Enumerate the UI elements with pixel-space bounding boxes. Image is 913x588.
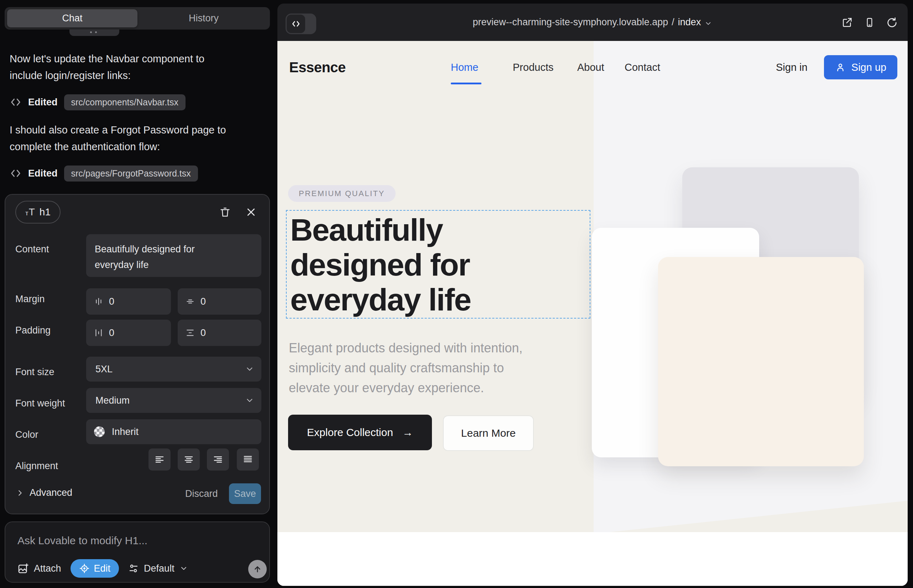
chat-message-line: Now let's update the Navbar component to [10,50,244,67]
padding-y-value: 0 [201,328,206,339]
signup-label: Sign up [851,61,886,73]
mobile-view-button[interactable] [864,17,875,28]
hero-headline[interactable]: Beautifully designed for everyday life [290,213,471,317]
tag-label: h1 [39,207,50,218]
edited-file-chip[interactable]: src/pages/ForgotPassword.tsx [64,165,198,181]
chat-message: Now let's update the Navbar component to… [10,50,244,84]
font-size-select[interactable]: 5XL [86,357,261,381]
padding-x-value: 0 [109,328,114,339]
margin-x-value: 0 [109,296,114,307]
align-left-button[interactable] [149,449,170,470]
nav-home-underline [451,82,481,84]
edited-file-row: Edited src/components/Navbar.tsx [10,93,186,111]
learn-more-button[interactable]: Learn More [443,415,534,451]
close-panel-button[interactable] [243,204,259,220]
headline-line: designed for [290,247,471,282]
send-button[interactable] [248,560,267,578]
typography-icon: тT [25,207,35,218]
nav-link-about[interactable]: About [577,61,604,73]
signin-link[interactable]: Sign in [776,61,808,73]
save-button[interactable]: Save [229,483,261,504]
url-page[interactable]: index [678,17,701,28]
margin-vertical-icon [186,297,195,306]
font-size-label: Font size [15,367,55,378]
code-toggle-knob[interactable] [287,15,305,33]
explore-collection-button[interactable]: Explore Collection → [288,415,432,450]
margin-x-input[interactable]: 0 [86,288,171,315]
model-default-button[interactable]: Default [128,563,188,574]
preview-url-bar: preview--charming-site-symphony.lovable.… [277,3,908,41]
content-line: everyday life [95,257,253,273]
decor-card-cream [658,257,864,466]
content-label: Content [15,244,49,255]
delete-element-button[interactable] [217,204,233,220]
align-right-button[interactable] [207,449,229,470]
content-line: Beautifully designed for [95,241,253,257]
hero-paragraph: Elegant products designed with intention… [289,338,577,398]
refresh-button[interactable] [886,17,898,28]
chat-input-placeholder[interactable]: Ask Lovable to modify H1... [18,535,147,547]
font-weight-value: Medium [96,395,130,406]
selected-element-tag[interactable]: тT h1 [15,201,60,223]
preview-toolbar-icons [842,3,898,41]
color-select[interactable]: Inherit [86,419,261,444]
url-separator: / [672,17,674,28]
discard-button[interactable]: Discard [185,488,218,499]
chat-message-line: I should also create a Forgot Password p… [10,122,244,139]
edited-file-row: Edited src/pages/ForgotPassword.tsx [10,165,198,182]
paragraph-line: Elegant products designed with intention… [289,338,577,358]
url-domain[interactable]: preview--charming-site-symphony.lovable.… [473,17,669,28]
edited-file-chip[interactable]: src/components/Navbar.tsx [64,94,186,110]
chevron-down-icon [180,564,188,573]
headline-line: everyday life [290,282,471,317]
paragraph-line: elevate your everyday experience. [289,378,577,398]
headline-line: Beautifully [290,213,471,247]
padding-vertical-icon [186,328,195,338]
font-size-value: 5XL [96,364,113,375]
font-weight-select[interactable]: Medium [86,388,261,413]
code-icon [291,18,301,29]
tab-history[interactable]: History [138,7,270,29]
tab-chat[interactable]: Chat [7,9,138,27]
user-icon [835,62,846,73]
margin-y-input[interactable]: 0 [178,288,261,315]
padding-y-input[interactable]: 0 [178,320,261,346]
nav-link-contact[interactable]: Contact [625,61,660,73]
nav-link-home[interactable]: Home [451,61,478,73]
target-icon [79,563,90,574]
close-icon [246,207,256,218]
alignment-label: Alignment [15,460,58,472]
open-external-button[interactable] [842,17,853,28]
nav-link-products[interactable]: Products [513,61,554,73]
color-value: Inherit [112,426,139,438]
chevron-right-icon [16,489,24,497]
padding-x-input[interactable]: 0 [86,320,171,346]
edit-mode-button[interactable]: Edit [71,559,119,578]
content-textarea[interactable]: Beautifully designed for everyday life [86,234,261,277]
chevron-down-icon [245,365,254,374]
align-center-button[interactable] [178,449,200,470]
trash-icon [219,206,231,218]
explore-collection-label: Explore Collection [307,426,393,438]
advanced-toggle[interactable]: Advanced [16,487,72,498]
chevron-down-icon[interactable] [704,19,712,27]
edited-label: Edited [28,97,58,108]
chat-input-box[interactable]: Ask Lovable to modify H1... Attach Edit … [5,522,270,583]
chat-message-line: include login/register links: [10,67,244,84]
tab-history-label: History [189,13,219,24]
align-justify-icon [243,454,253,465]
attach-label: Attach [34,563,61,574]
preview-browser-frame: preview--charming-site-symphony.lovable.… [277,3,908,586]
color-swatch-transparent [94,426,105,437]
site-logo[interactable]: Essence [289,60,346,76]
align-justify-button[interactable] [237,449,259,470]
site-next-section [277,532,908,586]
sliders-icon [128,563,139,574]
premium-quality-badge: PREMIUM QUALITY [288,185,396,202]
align-right-icon [212,454,223,465]
learn-more-label: Learn More [461,427,516,439]
signup-button[interactable]: Sign up [824,55,897,79]
model-default-label: Default [144,563,175,574]
attach-button[interactable]: Attach [18,563,61,574]
code-preview-toggle[interactable] [286,13,316,34]
